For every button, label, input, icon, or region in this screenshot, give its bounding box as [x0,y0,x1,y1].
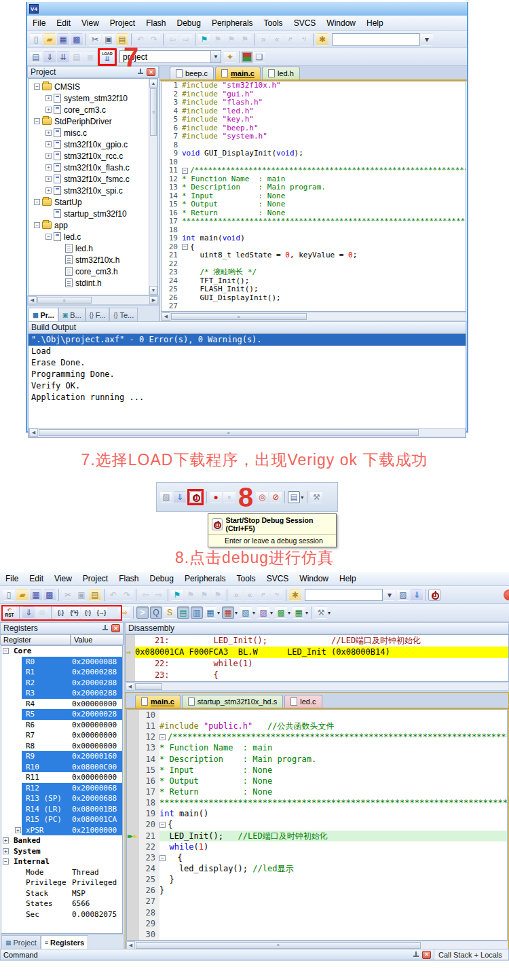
outdent-icon[interactable]: « [244,589,256,601]
menu-item-debug[interactable]: Debug [145,573,179,585]
collapse-icon[interactable]: − [45,234,52,240]
run-code-icon[interactable]: ⇓ [22,606,35,619]
register-row[interactable]: R10x20000288 [1,667,122,678]
bookmark-clear-icon[interactable]: ⚑ [239,33,251,46]
scroll-left-icon[interactable]: ◀ [126,683,134,691]
nav-forward-icon[interactable]: ⇨ [153,589,165,601]
collapse-icon[interactable]: − [3,858,9,865]
translate-icon[interactable]: ▤ [30,51,42,63]
register-row[interactable]: ModeThread [1,867,122,878]
analysis-window-icon[interactable]: ▥ [191,606,203,619]
expand-icon[interactable]: + [45,130,52,136]
register-group-row[interactable]: +System [1,846,122,857]
bookmark-icon[interactable]: ⚑ [171,589,183,601]
panel-tab-f-[interactable]: {}F... [86,308,110,321]
tree-item[interactable]: +stm32f10x_gpio.c [29,139,157,150]
disable-breakpoints-icon[interactable]: ◎ [256,491,268,503]
dropdown-arrow-icon[interactable]: ▾ [328,610,331,616]
find-in-files-icon[interactable]: ✱ [289,589,301,601]
register-row[interactable]: R100x08000C00 [1,762,122,773]
register-row[interactable]: R50x20000028 [1,709,122,720]
register-row[interactable]: R30x20000288 [1,688,122,699]
logic-analyzer-icon[interactable]: ▦ [204,606,216,619]
redo-icon[interactable]: ↷ [148,33,160,46]
step-into-icon[interactable]: {↓} [54,606,67,619]
collapse-icon[interactable]: − [34,199,40,205]
menu-item-file[interactable]: File [0,573,24,585]
close-icon[interactable]: ✕ [147,68,155,76]
register-row[interactable]: States6566 [1,899,122,909]
wand-icon[interactable]: ✦ [224,51,236,63]
register-row[interactable]: R00x20000088 [1,657,122,668]
bookmark-icon[interactable]: ⚑ [198,33,210,46]
menu-item-window[interactable]: Window [321,17,361,29]
stop-debug-icon[interactable]: ⊗ [36,606,48,619]
disassembly-horizontal-scrollbar[interactable]: ◀ [125,682,509,691]
new-file-icon[interactable]: ▯ [3,589,15,601]
expand-icon[interactable]: + [45,141,52,147]
dropdown-arrow-icon[interactable]: ▼ [210,51,221,62]
rebuild-icon[interactable]: ⇊ [57,51,69,63]
uncomment-icon[interactable]: */ [271,589,283,601]
tree-vertical-scrollbar[interactable]: ▲ ≡ ▼ [149,79,157,295]
tree-item[interactable]: stm32f10x.h [29,254,157,266]
menu-item-view[interactable]: View [49,573,77,585]
nav-back-icon[interactable]: ⇦ [166,33,178,46]
indent-icon[interactable]: » [257,33,269,46]
search-drop-icon[interactable]: ▾ [383,589,396,601]
breakpoint-window-icon[interactable]: ▤ [288,491,300,503]
nav-back-icon[interactable]: ⇦ [139,589,151,601]
register-row[interactable]: R20x20000288 [1,678,122,689]
menu-item-flash[interactable]: Flash [140,17,171,29]
save-icon[interactable]: ▦ [57,33,69,46]
tree-item[interactable]: +core_cm3.c [29,104,157,115]
register-group-row[interactable]: +Banked [1,835,122,846]
menu-item-file[interactable]: File [27,17,51,29]
scrollbar-thumb[interactable]: ≡ [136,942,421,949]
value-column-header[interactable]: Value [71,634,124,645]
next-statement-icon[interactable]: ⇨ [118,606,130,619]
registers-list[interactable]: −CoreR00x20000088R10x20000288R20x2000028… [1,645,123,934]
comment-icon[interactable]: /* [257,589,269,601]
build-icon[interactable]: ⇓ [43,51,56,63]
register-row[interactable]: Sec0.00082075 [1,909,122,920]
cut-icon[interactable]: ✂ [62,589,74,601]
panel-tab-registers[interactable]: ≡Registers [41,935,88,949]
close-icon[interactable]: ✕ [422,951,431,959]
half-icon[interactable]: ▧ [160,491,172,503]
symbol-window-icon[interactable]: S [164,606,176,619]
output-horizontal-scrollbar[interactable]: ◀ ≡ [29,428,466,437]
register-row[interactable]: R110x00000000 [1,772,122,783]
scroll-down-icon[interactable]: ▼ [149,286,157,295]
menu-item-peripherals[interactable]: Peripherals [179,573,231,585]
close-icon[interactable]: ✕ [111,624,120,632]
expand-icon[interactable]: + [3,837,9,843]
breakpoint-icon[interactable] [504,589,509,600]
editor-tab-main-c[interactable]: main.c [215,67,261,79]
save-icon[interactable]: ▦ [30,589,42,601]
tree-item[interactable]: −led.c [29,231,157,242]
expand-icon[interactable]: + [3,848,9,854]
tree-item[interactable]: −CMSIS [29,81,157,92]
collapse-icon[interactable]: − [34,222,40,228]
editor-tab-main-c[interactable]: main.c [135,695,181,708]
step-over-icon[interactable]: {↷} [68,606,80,619]
step-out-icon[interactable]: {↑} [81,606,94,619]
bookmark-next-icon[interactable]: ⚑ [198,589,210,601]
menu-item-window[interactable]: Window [294,573,334,585]
cut-icon[interactable]: ✂ [89,33,101,46]
tree-item[interactable]: core_cm3.h [29,266,157,277]
expand-icon[interactable]: + [45,153,52,159]
register-column-header[interactable]: Register [0,634,71,645]
scroll-up-icon[interactable]: ▲ [149,79,157,88]
expand-icon[interactable]: + [45,164,52,170]
menu-item-project[interactable]: Project [77,573,113,585]
register-row[interactable]: PrivilegePrivileged [1,877,122,888]
register-group-row[interactable]: −Internal [1,856,122,867]
flash-download-icon[interactable]: ⇓ [174,491,186,503]
code-editor[interactable]: 1#include "stm32f10x.h"2#include "gui.h"… [161,81,466,312]
search-input[interactable] [305,589,383,601]
panel-tab-te-[interactable]: {}Te... [109,308,138,321]
expand-icon[interactable]: + [15,827,21,833]
disassembly-body[interactable]: 21: LED_Init(); //LED端口及时钟初始化0x080001CA … [125,634,509,682]
